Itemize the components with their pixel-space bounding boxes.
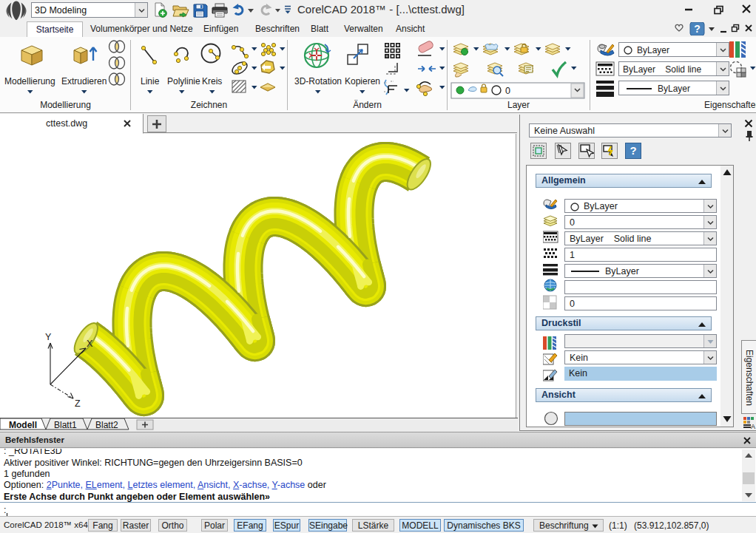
svg-text:3D-Rotation: 3D-Rotation [294,76,342,86]
svg-text:Kreis: Kreis [202,76,222,86]
svg-text:Extrudieren: Extrudieren [61,76,107,86]
svg-text:Polylinie: Polylinie [167,76,200,86]
svg-text:?: ? [694,23,701,35]
svg-text:Z: Z [75,398,81,407]
svg-text:Modell: Modell [9,420,37,430]
svg-text:Y: Y [45,333,52,342]
svg-text:Modellierung: Modellierung [4,76,55,86]
svg-text:Blatt1: Blatt1 [54,420,77,430]
svg-text:X: X [87,339,93,349]
svg-text:Blatt2: Blatt2 [95,420,118,430]
svg-text:Linie: Linie [141,76,160,86]
svg-text:A: A [751,423,755,430]
svg-text:0: 0 [505,86,510,96]
svg-text:Kopieren: Kopieren [345,76,380,86]
